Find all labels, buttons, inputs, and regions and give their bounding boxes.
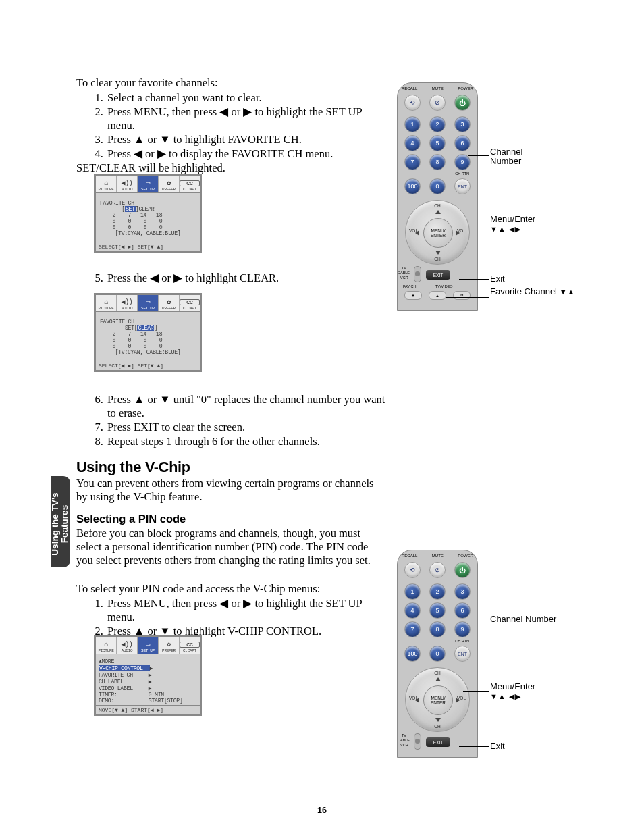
osd1-footer: SELECT[◀ ▶] SET[▼ ▲] [96, 242, 200, 251]
mute-button[interactable]: ⊘ [429, 95, 446, 111]
step-1: Select a channel you want to clear. [106, 91, 387, 105]
intro-block: To clear your favorite channels: Select … [76, 76, 387, 175]
vchip-subheading: Selecting a PIN code [76, 512, 387, 525]
steps-b-block: Press ▲ or ▼ until "0" replaces the chan… [76, 392, 387, 449]
osd-tab-setup: ▭SET UP [138, 176, 159, 192]
num-1-button[interactable]: 1 [404, 583, 421, 600]
side-tab-label: Using the TV's Features [51, 480, 70, 568]
ent-button[interactable]: ENT [454, 646, 471, 662]
num-4-button[interactable]: 4 [404, 135, 421, 151]
osd-tab-ccapt: CCC.CAPT [180, 176, 200, 192]
fav-ch-up-button[interactable]: ▲ [429, 291, 446, 300]
power-button[interactable]: ⏻ [454, 562, 471, 578]
vchip-section: Using the V-Chip You can prevent others … [76, 461, 387, 504]
remote-diagram-bottom: RECALLMUTEPOWER⟲⊘⏻123456789CH RTN1000ENT… [393, 550, 589, 759]
osd-tab-prefer: ✿PREFER [159, 176, 180, 192]
recall-button[interactable]: ⟲ [404, 95, 421, 111]
osd-tab-picture: ⌂PICTURE [96, 176, 117, 192]
step-8: Repeat steps 1 through 6 for the other c… [106, 435, 387, 448]
num-9-button[interactable]: 9 [454, 621, 471, 637]
page-number: 16 [0, 806, 644, 815]
num-5-button[interactable]: 5 [429, 135, 446, 151]
step-2: Press MENU, then press ◀ or ▶ to highlig… [106, 105, 387, 132]
num-4-button[interactable]: 4 [404, 602, 421, 619]
num-2-button[interactable]: 2 [429, 583, 446, 600]
num-8-button[interactable]: 8 [429, 154, 446, 170]
mute-button[interactable]: ⊘ [429, 562, 446, 578]
mode-switch[interactable]: TVCABLEVCREXIT [398, 735, 477, 751]
osd1-setclear: [SET]CLEAR [100, 206, 196, 212]
vchip-lead-block: To select your PIN code and access the V… [76, 582, 387, 639]
vchip-intro: You can prevent others from viewing cert… [76, 477, 387, 504]
num-9-button[interactable]: 9 [454, 154, 471, 170]
num-5-button[interactable]: 5 [429, 602, 446, 619]
ent-button[interactable]: ENT [454, 178, 471, 194]
num-6-button[interactable]: 6 [454, 135, 471, 151]
num-8-button[interactable]: 8 [429, 621, 446, 637]
num-1-button[interactable]: 1 [404, 116, 421, 132]
mode-switch[interactable]: TVCABLEVCREXIT [398, 267, 477, 284]
exit-button[interactable]: EXIT [426, 737, 450, 747]
remote-diagram-top: RECALLMUTEPOWER⟲⊘⏻123456789CH RTN1000ENT… [393, 82, 589, 312]
steps-list-a: Select a channel you want to clear. Pres… [76, 91, 387, 161]
menu-enter-button[interactable]: MENU/ENTER [423, 218, 453, 248]
num-6-button[interactable]: 6 [454, 602, 471, 619]
osd-more-vchip: ⌂PICTURE ◀))AUDIO ▭SET UP ✿PREFER CCC.CA… [94, 635, 202, 716]
step-4-sub: SET/CLEAR will be highlighted. [76, 161, 387, 175]
menu-enter-button[interactable]: MENU/ENTER [423, 685, 453, 715]
dpad[interactable]: CHCHVOLVOLMENU/ENTER [405, 667, 470, 732]
page: Using the TV's Features To clear your fa… [0, 0, 644, 834]
vchip-subintro: Before you can block programs and channe… [76, 527, 387, 567]
callout-menu-enter: Menu/Enter ▼▲ ◀▶ [490, 215, 535, 234]
vchip-step-1: Press MENU, then press ◀ or ▶ to highlig… [106, 597, 387, 624]
step-4: Press ◀ or ▶ to display the FAVORITE CH … [106, 147, 387, 161]
num-7-button[interactable]: 7 [404, 154, 421, 170]
callout-fav-channel: Favorite Channel ▼▲ [490, 287, 575, 296]
num-0-button[interactable]: 0 [429, 178, 446, 194]
num-2-button[interactable]: 2 [429, 116, 446, 132]
power-button[interactable]: ⏻ [454, 95, 471, 111]
hundred-button[interactable]: 100 [404, 646, 421, 662]
callout-exit: Exit [490, 274, 505, 284]
exit-button[interactable]: EXIT [426, 270, 450, 280]
num-7-button[interactable]: 7 [404, 621, 421, 637]
recall-button[interactable]: ⟲ [404, 562, 421, 578]
osd-favorite-set: ⌂PICTURE ◀))AUDIO ▭SET UP ✿PREFER CCC.CA… [94, 174, 202, 253]
callout-channel-number: ChannelNumber [490, 147, 522, 166]
hundred-button[interactable]: 100 [404, 178, 421, 194]
step-3: Press ▲ or ▼ to highlight FAVORITE CH. [106, 133, 387, 147]
side-tab: Using the TV's Features [51, 476, 70, 567]
num-3-button[interactable]: 3 [454, 583, 471, 600]
osd1-title: FAVORITE CH [100, 200, 196, 206]
fav-ch-down-button[interactable]: ▼ [404, 291, 422, 300]
num-0-button[interactable]: 0 [429, 646, 446, 662]
step-7: Press EXIT to clear the screen. [106, 421, 387, 434]
step-6: Press ▲ or ▼ until "0" replaces the chan… [106, 393, 387, 420]
dpad[interactable]: CHCHVOLVOLMENU/ENTER [405, 200, 470, 265]
vchip-pin-section: Selecting a PIN code Before you can bloc… [76, 512, 387, 567]
step-5-block: Press the ◀ or ▶ to highlight CLEAR. [76, 270, 387, 286]
num-3-button[interactable]: 3 [454, 116, 471, 132]
step-5: Press the ◀ or ▶ to highlight CLEAR. [106, 271, 387, 285]
osd-favorite-clear: ⌂PICTURE ◀))AUDIO ▭SET UP ✿PREFER CCC.CA… [94, 293, 202, 372]
intro-text: To clear your favorite channels: [76, 76, 387, 90]
vchip-heading: Using the V-Chip [76, 461, 387, 474]
tv-video-button[interactable]: ⧉ [453, 291, 471, 300]
osd-tab-audio: ◀))AUDIO [117, 176, 138, 192]
vchip-lead: To select your PIN code and access the V… [76, 582, 387, 596]
